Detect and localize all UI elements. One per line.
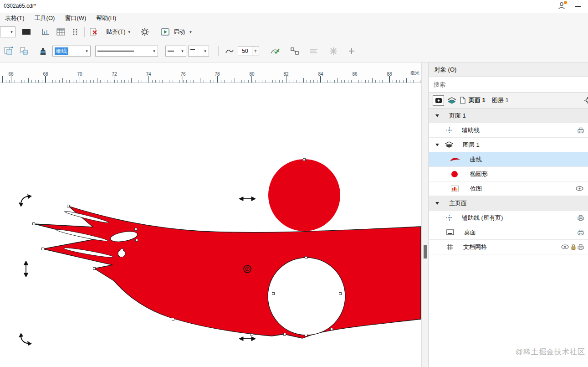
skew-handle-left[interactable] xyxy=(24,261,28,277)
tree-group-masterpage[interactable]: 主页面 xyxy=(429,196,588,211)
panel-breadcrumb: 页面 1 图层 1 xyxy=(429,93,588,109)
menu-help[interactable]: 帮助(H) xyxy=(91,13,121,24)
printer-icon[interactable] xyxy=(577,127,584,134)
node-mapping-icon[interactable] xyxy=(290,47,299,55)
ruler-number: 76 xyxy=(180,72,185,77)
tree-layer-1[interactable]: 图层 1 xyxy=(429,138,588,152)
property-bar: 细线 ▾ ▾ ▾ ▾ + xyxy=(0,40,588,62)
tree-label: 主页面 xyxy=(449,199,467,207)
tree-item-document-grid[interactable]: 文档网格 xyxy=(429,240,588,254)
curve-object[interactable] xyxy=(34,206,421,338)
line-style-combo[interactable]: ▾ xyxy=(95,46,158,57)
combo-caret-icon[interactable]: ▾ xyxy=(202,49,209,53)
layers-icon[interactable] xyxy=(447,97,456,104)
combo-caret-icon[interactable]: ▾ xyxy=(179,49,186,53)
tree-object-bitmap[interactable]: 位图 xyxy=(429,181,588,196)
menu-window[interactable]: 窗口(W) xyxy=(60,13,91,24)
menu-tools[interactable]: 工具(O) xyxy=(30,13,60,24)
end-arrowhead-combo[interactable]: ▾ xyxy=(188,46,209,57)
tree-item-guidelines-all-pages[interactable]: 辅助线 (所有页) xyxy=(429,211,588,225)
page-icon[interactable] xyxy=(460,97,465,104)
caret-down-icon[interactable] xyxy=(435,144,439,146)
search-box[interactable] xyxy=(429,77,588,93)
visibility-eye-icon[interactable] xyxy=(576,186,583,191)
minimize-button[interactable] xyxy=(575,6,581,7)
breadcrumb-page[interactable]: 页面 1 xyxy=(469,96,486,104)
export-red-icon[interactable] xyxy=(89,28,98,36)
align-guides-icon[interactable] xyxy=(4,46,14,56)
panel-options-icon[interactable] xyxy=(584,97,588,106)
tree-item-desktop[interactable]: 桌面 xyxy=(429,225,588,240)
ruler-number: 78 xyxy=(215,72,220,77)
menu-table[interactable]: 表格(T) xyxy=(0,13,30,24)
skew-handle-top[interactable] xyxy=(239,197,256,201)
desktop-icon xyxy=(446,229,454,235)
guidelines-icon xyxy=(445,127,454,134)
snap-to-button[interactable]: 贴齐(T) xyxy=(106,28,126,36)
ruler-number: 74 xyxy=(146,72,151,77)
border-rectangle-icon[interactable] xyxy=(22,28,31,36)
outline-width-combo[interactable]: 细线 ▾ xyxy=(52,46,91,57)
add-toolbar-plus-icon[interactable] xyxy=(348,48,355,54)
combo-caret-icon[interactable]: ▾ xyxy=(83,49,90,53)
rotate-handle-top-left[interactable] xyxy=(19,194,32,207)
launch-button[interactable]: 启动 xyxy=(173,28,185,36)
skew-handle-bottom[interactable] xyxy=(239,337,256,341)
breadcrumb-layer[interactable]: 图层 1 xyxy=(492,96,509,104)
combo-caret-icon[interactable]: ▾ xyxy=(151,49,158,53)
objects-panel: 对象 (O) 页面 1 图层 1 xyxy=(429,62,588,367)
coreldraw-window: 0302a65.cdr* 表格(T) 工具(O) 窗口(W) 帮助(H) ▾ xyxy=(0,0,588,367)
snap-caret-icon[interactable]: ▾ xyxy=(128,30,131,34)
ruler-ticks xyxy=(0,62,421,83)
outline-ink-icon[interactable] xyxy=(39,47,47,56)
caret-down-icon[interactable] xyxy=(435,202,439,205)
lock-icon[interactable] xyxy=(571,244,576,250)
tree-label: 辅助线 xyxy=(462,126,480,134)
ruler-number: 72 xyxy=(112,72,117,77)
vertical-scrollbar[interactable] xyxy=(421,62,429,367)
rotate-handle-bottom-left[interactable] xyxy=(19,333,32,346)
caret-down-icon[interactable] xyxy=(435,114,439,117)
visibility-eye-icon[interactable] xyxy=(561,244,569,249)
tree-object-ellipse[interactable]: 椭圆形 xyxy=(429,167,588,181)
ruler-number: 82 xyxy=(283,72,288,77)
horizontal-ruler[interactable]: 66 68 70 72 74 76 78 80 82 84 86 88 毫米 xyxy=(0,62,421,83)
reduce-nodes-icon-disabled[interactable] xyxy=(329,47,337,55)
canvas-area: 66 68 70 72 74 76 78 80 82 84 86 88 毫米 xyxy=(0,62,421,367)
scrollbar-thumb[interactable] xyxy=(424,245,427,258)
large-circle-cutout xyxy=(268,258,345,335)
zoom-combo-partial[interactable]: ▾ xyxy=(0,26,15,37)
main-area: 66 68 70 72 74 76 78 80 82 84 86 88 毫米 xyxy=(0,62,588,367)
chart-tool-icon[interactable] xyxy=(41,28,50,36)
options-gear-icon[interactable] xyxy=(140,27,149,36)
tree-object-curve[interactable]: 曲线 xyxy=(429,152,588,167)
tree-item-guidelines[interactable]: 辅助线 xyxy=(429,123,588,138)
dots-options-icon[interactable] xyxy=(72,28,79,36)
launch-caret-icon[interactable]: ▾ xyxy=(189,30,192,34)
smoothing-increase-button[interactable]: + xyxy=(252,46,259,56)
ruler-unit-label: 毫米 xyxy=(410,70,419,77)
tree-label: 图层 1 xyxy=(463,141,480,149)
tree-group-page1[interactable]: 页面 1 xyxy=(429,109,588,123)
arrowhead-preview xyxy=(168,51,174,52)
printer-icon[interactable] xyxy=(577,244,584,250)
user-account-icon[interactable] xyxy=(558,2,566,11)
launch-app-icon[interactable] xyxy=(161,28,169,36)
printer-icon[interactable] xyxy=(577,229,584,236)
start-arrowhead-combo[interactable]: ▾ xyxy=(165,46,186,57)
table-grid-icon[interactable] xyxy=(56,28,65,36)
printer-icon[interactable] xyxy=(577,215,584,221)
ellipse-object[interactable] xyxy=(268,159,340,231)
edit-state-button[interactable] xyxy=(433,95,444,106)
search-input[interactable] xyxy=(429,77,588,92)
drawing-canvas[interactable] xyxy=(0,83,421,367)
ruler-number: 68 xyxy=(43,72,48,77)
smoothing-input[interactable] xyxy=(238,46,252,56)
menu-bar: 表格(T) 工具(O) 窗口(W) 帮助(H) xyxy=(0,13,588,24)
tree-label: 页面 1 xyxy=(449,112,466,120)
align-objects-icon[interactable] xyxy=(19,46,29,56)
reverse-direction-icon-disabled[interactable] xyxy=(309,47,318,55)
toolbar-separator xyxy=(218,46,219,56)
curve-check-icon[interactable] xyxy=(270,47,280,55)
standard-toolbar: ▾ 贴齐(T) ▾ 启动 ▾ xyxy=(0,24,588,40)
